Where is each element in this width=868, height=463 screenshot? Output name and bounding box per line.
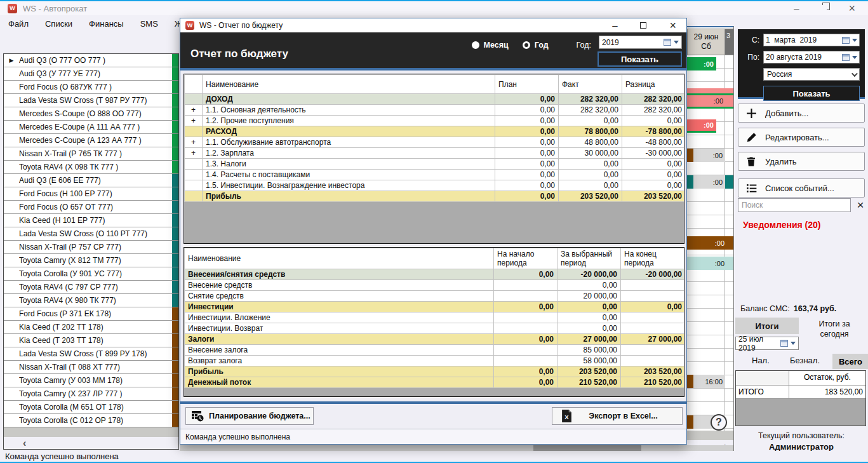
tab-total[interactable]: Всего: [832, 354, 868, 369]
expand-icon[interactable]: +: [185, 148, 203, 159]
delete-button[interactable]: Удалить: [738, 152, 865, 171]
list-item[interactable]: Toyota Corolla (М 651 ОТ 178): [4, 401, 178, 414]
event-list-button[interactable]: Список событий...: [738, 178, 865, 198]
table-row[interactable]: Возврат залога58 000,00: [185, 356, 685, 366]
from-date-picker[interactable]: 1 марта 2019: [763, 34, 860, 46]
budget-planning-button[interactable]: Планирование бюджета...: [185, 407, 314, 425]
list-item[interactable]: Toyota Corolla (У 901 УС 777): [4, 267, 178, 281]
region-select[interactable]: Россия: [763, 68, 860, 81]
close-icon[interactable]: ×: [669, 22, 676, 29]
list-item[interactable]: Nissan X-Trail (Р 765 ТК 777 ): [4, 147, 178, 161]
table-row[interactable]: +1.1. Основная деятельность0,00282 320,0…: [185, 105, 685, 116]
list-item[interactable]: Ford Focus (О 657 ОТ 777): [4, 201, 178, 214]
list-item[interactable]: ▶Audi Q3 (О 777 ОО 777 ): [4, 54, 178, 67]
totals-button[interactable]: Итоги: [735, 318, 799, 334]
search-input[interactable]: [738, 198, 851, 212]
table-row[interactable]: Залоги0,0027 000,0027 000,00: [185, 334, 685, 345]
table-row[interactable]: Инвестиции. Возврат0,00: [185, 323, 685, 334]
list-item[interactable]: Mercedes E-Coupe (А 111 АА 777 ): [4, 121, 178, 134]
menu-item-1[interactable]: Файл: [0, 19, 37, 29]
export-excel-button[interactable]: X Экспорт в Excel...: [552, 407, 683, 425]
maximize-icon[interactable]: [640, 22, 646, 29]
list-item[interactable]: Lada Vesta SW Cross (Т 987 РУ 777): [4, 94, 178, 107]
list-item[interactable]: Toyota Camry (У 003 ММ 178): [4, 374, 178, 387]
list-item[interactable]: Mercedes C-Coupe (А 123 АА 777 ): [4, 134, 178, 147]
list-item[interactable]: Mercedes S-Coupe (О 888 ОО 777): [4, 107, 178, 121]
scroll-left-icon[interactable]: ‹: [23, 440, 26, 446]
car-list-scrollbar-track[interactable]: [4, 427, 178, 437]
list-item[interactable]: Audi Q3 (Е 606 ЕЕ 777): [4, 174, 178, 187]
minimize-icon[interactable]: –: [794, 5, 799, 11]
table-row[interactable]: Прибыль0,00203 520,00203 520,00: [185, 191, 685, 202]
help-icon[interactable]: ?: [711, 414, 727, 431]
totals-date-picker[interactable]: 25 июл 2019: [735, 337, 799, 350]
radio-year[interactable]: Год: [523, 41, 549, 50]
table-row[interactable]: +1.1. Обслуживание автотранспорта0,0048 …: [185, 137, 685, 148]
table-row[interactable]: РАСХОД0,0078 800,00-78 800,00: [185, 126, 685, 137]
list-item[interactable]: Ford Focus (Р 371 ЕК 178): [4, 307, 178, 321]
menu-item-4[interactable]: SMS: [132, 19, 166, 29]
list-item[interactable]: Ford Focus (Н 100 ЕР 777): [4, 187, 178, 201]
restore-icon[interactable]: [820, 5, 827, 11]
table-row[interactable]: Внесение средств0,00: [185, 280, 685, 291]
expand-icon[interactable]: +: [185, 105, 203, 116]
list-item[interactable]: Toyota RAV4 (Х 098 ТК 777 ): [4, 161, 178, 174]
to-date-picker[interactable]: 20 августа 2019: [763, 51, 860, 64]
dialog-show-button[interactable]: Показать: [598, 51, 682, 67]
close-icon[interactable]: ×: [848, 4, 855, 12]
table-row[interactable]: 1.3. Налоги0,000,000,00: [185, 159, 685, 170]
list-item[interactable]: Lada Vesta SW Cross (Т 899 РУ 178): [4, 347, 178, 361]
dialog-titlebar[interactable]: W WS - Отчет по бюджету – ×: [180, 18, 686, 32]
table-row[interactable]: Инвестиции0,000,000,00: [185, 302, 685, 312]
table-row[interactable]: Денежный поток0,00210 520,00210 520,00: [185, 377, 685, 388]
list-item[interactable]: Toyota Corolla (С 012 ОР 178): [4, 414, 178, 427]
list-item[interactable]: Toyota RAV4 (Х 980 ТК 777): [4, 294, 178, 307]
list-item[interactable]: Kia Ceed (Т 202 ТТ 178): [4, 321, 178, 334]
table-row[interactable]: +1.2. Зарплата0,0030 000,00-30 000,00: [185, 148, 685, 159]
show-button[interactable]: Показать: [763, 86, 860, 101]
table-row[interactable]: 1.5. Инвестиции. Вознаграждение инвестор…: [185, 180, 685, 191]
schedule-event[interactable]: :00: [687, 119, 716, 133]
edit-button[interactable]: Редактировать...: [738, 128, 865, 147]
list-item[interactable]: Toyota Camry (Х 237 ЛР 777 ): [4, 387, 178, 401]
list-item[interactable]: Kia Ceed (Н 101 ЕР 777): [4, 214, 178, 227]
table-row[interactable]: Прибыль0,00203 520,00203 520,00: [185, 366, 685, 377]
menu-item-3[interactable]: Финансы: [81, 19, 132, 29]
schedule-event[interactable]: :00: [687, 95, 733, 109]
table-row[interactable]: +1.2. Прочие поступления0,000,000,00: [185, 116, 685, 126]
radio-month[interactable]: Месяц: [472, 41, 509, 50]
schedule-event[interactable]: :00: [687, 175, 733, 189]
schedule-event[interactable]: :00: [687, 236, 733, 250]
schedule-event[interactable]: 16:00: [687, 375, 725, 388]
list-item[interactable]: Kia Ceed (Т 203 ТТ 178): [4, 334, 178, 347]
table-row[interactable]: 1.4. Расчеты с поставщиками0,000,000,00: [185, 170, 685, 180]
schedule-event[interactable]: :00: [687, 257, 733, 270]
schedule-event[interactable]: [687, 88, 733, 95]
expand-icon[interactable]: +: [185, 116, 203, 126]
menu-item-2[interactable]: Списки: [37, 19, 81, 29]
table-row[interactable]: Внесения/снятия средств0,00-20 000,00-20…: [185, 269, 685, 280]
table-row[interactable]: ДОХОД0,00282 320,00282 320,00: [185, 94, 685, 105]
schedule-scrollbar-track[interactable]: [687, 431, 733, 440]
list-item[interactable]: Ford Focus (О 687УК 777 ): [4, 81, 178, 94]
list-item[interactable]: Audi Q3 (У 777 УЕ 777): [4, 67, 178, 81]
minimize-icon[interactable]: –: [612, 22, 617, 29]
tab-cashless[interactable]: Безнал.: [790, 356, 820, 365]
notifications-link[interactable]: Уведомления (20): [743, 220, 821, 230]
year-picker[interactable]: 2019: [599, 36, 682, 49]
list-item[interactable]: Lada Vesta SW Cross (О 110 РТ 777): [4, 227, 178, 241]
add-button[interactable]: Добавить...: [738, 104, 865, 123]
schedule-event[interactable]: :00: [687, 57, 716, 70]
table-row[interactable]: Снятие средств20 000,00: [185, 291, 685, 302]
list-item[interactable]: Nissan X-Trail (Р 757 СР 777): [4, 241, 178, 254]
schedule-event[interactable]: :00: [687, 149, 725, 162]
schedule-day-cell[interactable]: 29 июнСб: [687, 29, 725, 55]
expand-icon[interactable]: +: [185, 137, 203, 148]
list-item[interactable]: Nissan X-Trail (Т 088 ХТ 777): [4, 361, 178, 374]
table-row[interactable]: Внесение залога85 000,00: [185, 345, 685, 356]
table-row[interactable]: Инвестиции. Вложение0,00: [185, 312, 685, 323]
clear-search-icon[interactable]: ×: [854, 198, 867, 213]
schedule-next-day-cell[interactable]: 3: [725, 29, 733, 55]
list-item[interactable]: Toyota Camry (Х 812 ТМ 777): [4, 254, 178, 267]
list-item[interactable]: Toyota RAV4 (С 797 СР 777): [4, 281, 178, 294]
